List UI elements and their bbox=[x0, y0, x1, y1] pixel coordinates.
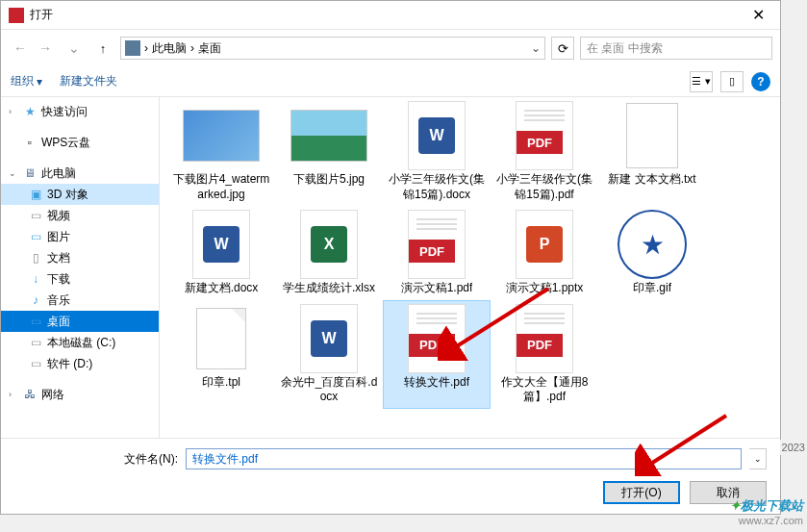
file-item[interactable]: PDF转换文件.pdf bbox=[383, 300, 491, 409]
sidebar-music[interactable]: ♪音乐 bbox=[1, 290, 159, 311]
file-label: 作文大全【通用8篇】.pdf bbox=[494, 375, 594, 405]
pc-icon bbox=[125, 40, 140, 56]
file-item[interactable]: 印章.gif bbox=[598, 206, 706, 300]
file-thumbnail: P bbox=[506, 210, 583, 279]
side-date: 2023 bbox=[780, 440, 807, 455]
file-item[interactable]: PDF作文大全【通用8篇】.pdf bbox=[491, 300, 598, 409]
watermark: ✦极光下载站 www.xz7.com bbox=[730, 497, 803, 526]
file-item[interactable]: PDF演示文稿1.pdf bbox=[383, 206, 491, 300]
desktop-icon: ▭ bbox=[28, 314, 43, 329]
file-item[interactable]: X学生成绩统计.xlsx bbox=[275, 206, 383, 300]
file-item[interactable]: 下载图片5.jpg bbox=[275, 97, 383, 206]
filename-dropdown-icon[interactable]: ⌄ bbox=[749, 448, 767, 469]
open-button[interactable]: 打开(O) bbox=[603, 481, 680, 504]
sidebar-pictures[interactable]: ▭图片 bbox=[1, 226, 159, 247]
file-label: 下载图片5.jpg bbox=[293, 172, 365, 188]
file-item[interactable]: P演示文稿1.pptx bbox=[491, 206, 598, 300]
file-label: 新建文档.docx bbox=[185, 281, 259, 296]
star-icon: ★ bbox=[22, 104, 38, 119]
file-item[interactable]: W小学三年级作文(集锦15篇).docx bbox=[383, 97, 491, 206]
refresh-button[interactable]: ⟳ bbox=[551, 37, 574, 60]
file-item[interactable]: 新建 文本文档.txt bbox=[598, 97, 706, 206]
document-icon: ▯ bbox=[28, 250, 43, 266]
file-item[interactable]: 下载图片4_watermarked.jpg bbox=[167, 97, 275, 206]
download-icon: ↓ bbox=[28, 271, 43, 287]
picture-icon: ▭ bbox=[28, 229, 43, 244]
file-label: 下载图片4_watermarked.jpg bbox=[171, 172, 271, 202]
star-icon: ✦ bbox=[730, 498, 741, 513]
file-thumbnail: X bbox=[290, 210, 367, 279]
breadcrumb-sep: › bbox=[144, 41, 148, 55]
collapse-icon[interactable]: › bbox=[9, 107, 18, 116]
filename-label: 文件名(N): bbox=[14, 451, 178, 468]
file-thumbnail: W bbox=[183, 210, 260, 279]
music-icon: ♪ bbox=[28, 292, 43, 308]
file-thumbnail bbox=[290, 101, 367, 170]
file-label: 小学三年级作文(集锦15篇).pdf bbox=[494, 172, 594, 202]
file-thumbnail bbox=[183, 101, 260, 170]
chevron-down-icon: ▾ bbox=[37, 75, 42, 89]
file-item[interactable]: W新建文档.docx bbox=[167, 206, 275, 300]
sidebar-this-pc[interactable]: ⌄🖥此电脑 bbox=[1, 163, 159, 184]
nav-bar: ← → ⌄ ↑ › 此电脑 › 桌面 ⌄ ⟳ 在 桌面 中搜索 bbox=[1, 30, 780, 66]
organize-menu[interactable]: 组织 ▾ bbox=[11, 73, 42, 89]
file-thumbnail: W bbox=[398, 101, 475, 170]
sidebar-downloads[interactable]: ↓下载 bbox=[1, 268, 159, 290]
file-item[interactable]: 印章.tpl bbox=[167, 300, 275, 409]
sidebar: ›★快速访问 ▫WPS云盘 ⌄🖥此电脑 ▣3D 对象 ▭视频 ▭图片 ▯文档 ↓… bbox=[1, 97, 160, 438]
preview-pane-button[interactable]: ▯ bbox=[720, 71, 744, 92]
video-icon: ▭ bbox=[28, 208, 43, 223]
nav-recent-icon[interactable]: ⌄ bbox=[63, 37, 86, 60]
window-title: 打开 bbox=[30, 7, 53, 23]
search-input[interactable]: 在 桌面 中搜索 bbox=[580, 37, 772, 60]
breadcrumb-dropdown-icon[interactable]: ⌄ bbox=[531, 41, 541, 55]
file-label: 余光中_百度百科.docx bbox=[279, 375, 379, 405]
file-thumbnail bbox=[614, 101, 691, 170]
cloud-icon: ▫ bbox=[22, 135, 38, 150]
file-grid[interactable]: 下载图片4_watermarked.jpg下载图片5.jpgW小学三年级作文(集… bbox=[160, 97, 780, 438]
breadcrumb-sep: › bbox=[190, 41, 194, 55]
sidebar-documents[interactable]: ▯文档 bbox=[1, 247, 159, 268]
disk-icon: ▭ bbox=[28, 356, 43, 371]
sidebar-wps[interactable]: ▫WPS云盘 bbox=[1, 132, 159, 153]
cube-icon: ▣ bbox=[28, 187, 43, 202]
new-folder-button[interactable]: 新建文件夹 bbox=[60, 73, 117, 89]
file-item[interactable]: W余光中_百度百科.docx bbox=[275, 300, 383, 409]
title-bar: 打开 ✕ bbox=[1, 1, 780, 30]
collapse-icon[interactable]: › bbox=[9, 390, 18, 399]
disk-icon: ▭ bbox=[28, 335, 43, 350]
sidebar-desktop[interactable]: ▭桌面 bbox=[1, 311, 159, 332]
app-icon bbox=[9, 8, 24, 23]
file-label: 演示文稿1.pptx bbox=[506, 281, 584, 296]
breadcrumb-pc[interactable]: 此电脑 bbox=[152, 40, 187, 57]
breadcrumb[interactable]: › 此电脑 › 桌面 ⌄ bbox=[120, 37, 545, 60]
help-button[interactable]: ? bbox=[751, 72, 770, 91]
file-label: 印章.gif bbox=[633, 281, 671, 296]
sidebar-quick-access[interactable]: ›★快速访问 bbox=[1, 101, 159, 122]
breadcrumb-loc[interactable]: 桌面 bbox=[198, 40, 221, 57]
pc-icon: 🖥 bbox=[22, 165, 38, 181]
toolbar: 组织 ▾ 新建文件夹 ☰ ▾ ▯ ? bbox=[1, 66, 780, 97]
file-label: 新建 文本文档.txt bbox=[608, 172, 695, 188]
nav-forward-icon[interactable]: → bbox=[34, 37, 57, 60]
file-thumbnail: W bbox=[290, 304, 367, 373]
sidebar-videos[interactable]: ▭视频 bbox=[1, 205, 159, 226]
file-label: 转换文件.pdf bbox=[404, 375, 469, 391]
nav-up-icon[interactable]: ↑ bbox=[91, 37, 114, 60]
sidebar-network[interactable]: ›🖧网络 bbox=[1, 384, 159, 405]
filename-input[interactable] bbox=[186, 448, 742, 469]
close-button[interactable]: ✕ bbox=[737, 1, 780, 30]
open-dialog: 打开 ✕ ← → ⌄ ↑ › 此电脑 › 桌面 ⌄ ⟳ 在 桌面 中搜索 组织 … bbox=[0, 0, 781, 515]
sidebar-disk-c[interactable]: ▭本地磁盘 (C:) bbox=[1, 332, 159, 353]
nav-back-icon[interactable]: ← bbox=[9, 37, 32, 60]
network-icon: 🖧 bbox=[22, 387, 38, 402]
file-thumbnail bbox=[614, 210, 691, 279]
file-label: 学生成绩统计.xlsx bbox=[283, 281, 375, 296]
view-mode-button[interactable]: ☰ ▾ bbox=[690, 71, 713, 92]
sidebar-3d-objects[interactable]: ▣3D 对象 bbox=[1, 184, 159, 205]
file-thumbnail: PDF bbox=[398, 210, 475, 279]
sidebar-disk-d[interactable]: ▭软件 (D:) bbox=[1, 353, 159, 374]
file-item[interactable]: PDF小学三年级作文(集锦15篇).pdf bbox=[491, 97, 598, 206]
expand-icon[interactable]: ⌄ bbox=[9, 168, 18, 178]
file-label: 演示文稿1.pdf bbox=[401, 281, 473, 296]
